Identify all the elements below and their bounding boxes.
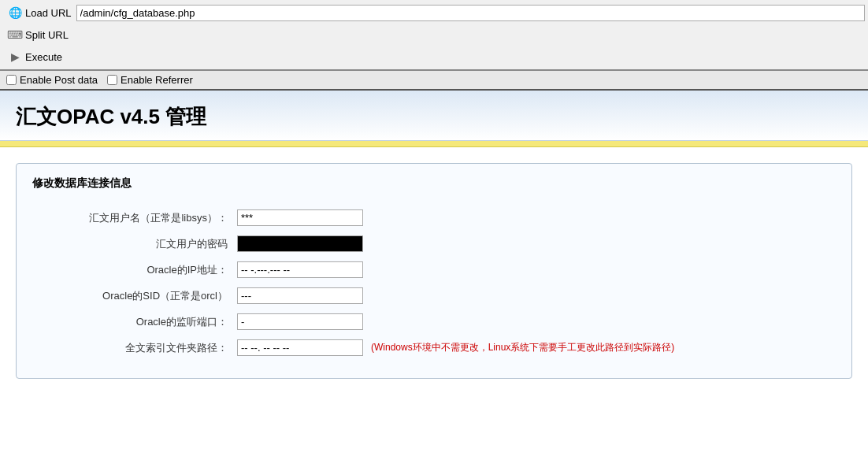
execute-button[interactable]: ▶ Execute (3, 48, 74, 65)
enable-referrer-group: Enable Referrer (107, 74, 193, 86)
sid-field[interactable] (237, 287, 363, 304)
username-field[interactable] (237, 209, 363, 226)
execute-icon: ▶ (8, 50, 22, 64)
split-url-icon: ⌨ (8, 28, 22, 42)
section-title: 修改数据库连接信息 (32, 176, 836, 197)
enable-post-group: Enable Post data (6, 74, 98, 86)
split-url-row: ⌨ Split URL (0, 24, 868, 46)
form-note-5: (Windows环境中不需更改，Linux系统下需要手工更改此路径到实际路径) (371, 341, 674, 354)
load-url-button[interactable]: 🌐 Load URL (3, 4, 76, 21)
yellow-separator (0, 141, 868, 147)
form-row-5: 全文索引文件夹路径：(Windows环境中不需更改，Linux系统下需要手工更改… (32, 339, 836, 356)
form-row-0: 汇文用户名（正常是libsys）： (32, 209, 836, 226)
load-url-label: Load URL (25, 7, 72, 19)
form-row-3: Oracle的SID（正常是orcl） (32, 287, 836, 304)
postdata-bar: Enable Post data Enable Referrer (0, 71, 868, 91)
form-label-5: 全文索引文件夹路径： (32, 341, 237, 355)
form-row-4: Oracle的监听端口： (32, 313, 836, 330)
form-label-0: 汇文用户名（正常是libsys）： (32, 211, 237, 225)
port-field[interactable] (237, 313, 363, 330)
toolbar: 🌐 Load URL ⌨ Split URL ▶ Execute (0, 0, 868, 71)
load-url-icon: 🌐 (8, 6, 22, 20)
split-url-button[interactable]: ⌨ Split URL (3, 26, 74, 43)
form-row-1: 汇文用户的密码 (32, 235, 836, 252)
url-input-container (76, 5, 865, 21)
url-input[interactable] (76, 5, 865, 21)
enable-post-label: Enable Post data (20, 74, 98, 86)
enable-referrer-checkbox[interactable] (107, 75, 117, 85)
password-field[interactable] (237, 235, 363, 252)
form-label-1: 汇文用户的密码 (32, 237, 237, 251)
execute-row: ▶ Execute (0, 46, 868, 68)
ip-field[interactable] (237, 261, 363, 278)
page-title: 汇文OPAC v4.5 管理 (16, 103, 852, 131)
enable-post-checkbox[interactable] (6, 75, 17, 85)
execute-label: Execute (25, 51, 62, 63)
path-field[interactable] (237, 339, 363, 356)
enable-referrer-label: Enable Referrer (121, 74, 193, 86)
form-label-3: Oracle的SID（正常是orcl） (32, 289, 237, 303)
form-label-4: Oracle的监听端口： (32, 315, 237, 329)
page-header: 汇文OPAC v4.5 管理 (0, 91, 868, 141)
form-row-2: Oracle的IP地址： (32, 261, 836, 278)
form-rows: 汇文用户名（正常是libsys）：汇文用户的密码Oracle的IP地址：Orac… (32, 209, 836, 356)
form-section: 修改数据库连接信息 汇文用户名（正常是libsys）：汇文用户的密码Oracle… (16, 163, 852, 379)
load-url-row: 🌐 Load URL (0, 2, 868, 24)
split-url-label: Split URL (25, 29, 69, 41)
form-label-2: Oracle的IP地址： (32, 263, 237, 277)
